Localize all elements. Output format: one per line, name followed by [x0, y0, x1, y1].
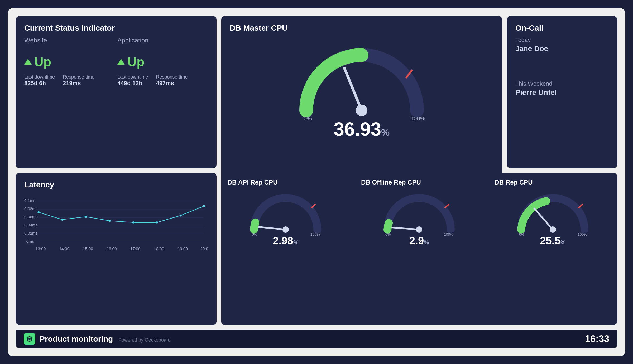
latency-chart-svg: 0.1ms 0.08ms 0.06ms 0.04ms 0.02ms 0ms: [24, 193, 208, 262]
svg-line-2: [344, 68, 362, 110]
footer-powered-by: Powered by Geckoboard: [118, 337, 171, 343]
website-up-arrow-icon: [24, 59, 32, 65]
svg-text:0.04ms: 0.04ms: [24, 223, 38, 227]
small-cpu-row: DB API Rep CPU 0% 1: [221, 173, 617, 325]
oncall-today-name: Jane Doe: [515, 45, 609, 53]
website-response-value: 219ms: [63, 80, 94, 87]
gecko-icon: [26, 335, 33, 343]
website-response-label: Response time: [63, 74, 94, 80]
svg-text:13:00: 13:00: [36, 246, 46, 251]
oncall-today-section: Today Jane Doe: [515, 37, 609, 53]
db-rep-gauge: 0% 100% 25.5%: [495, 189, 611, 319]
db-api-rep-svg-wrap: 0% 100%: [228, 189, 344, 236]
db-api-rep-svg: 0% 100%: [249, 189, 323, 236]
svg-text:0%: 0%: [304, 115, 312, 121]
latency-line: [39, 206, 204, 222]
application-response-label: Response time: [156, 74, 188, 80]
svg-line-37: [534, 208, 553, 230]
svg-line-27: [259, 227, 286, 230]
svg-text:0.06ms: 0.06ms: [24, 215, 38, 219]
latency-point-2: [85, 216, 87, 218]
website-status-up: Up: [24, 55, 115, 69]
website-status-col: Website Up Last downtime 825d 6h Respons…: [24, 37, 115, 87]
db-api-rep-cpu-card: DB API Rep CPU 0% 1: [221, 173, 350, 325]
svg-text:0.02ms: 0.02ms: [24, 231, 38, 235]
application-up-arrow-icon: [117, 59, 125, 65]
db-rep-cpu-card: DB Rep CPU 0% 100%: [488, 173, 617, 325]
website-label: Website: [24, 37, 115, 44]
website-status-value: Up: [34, 55, 51, 69]
application-response-value: 497ms: [156, 80, 188, 87]
latency-point-3: [109, 220, 111, 222]
db-offline-rep-value: 2.9%: [409, 235, 429, 247]
status-indicator-card: Current Status Indicator Website Up Last…: [16, 16, 217, 168]
svg-text:19:00: 19:00: [178, 246, 188, 251]
application-status-value: Up: [127, 55, 144, 69]
footer-title: Product monitoring Powered by Geckoboard: [40, 334, 171, 343]
svg-text:18:00: 18:00: [154, 246, 164, 251]
svg-text:0ms: 0ms: [26, 239, 34, 244]
oncall-card: On-Call Today Jane Doe This Weekend Pier…: [507, 16, 617, 168]
footer-left: Product monitoring Powered by Geckoboard: [24, 333, 171, 345]
db-offline-rep-cpu-card: DB Offline Rep CPU 0% 100%: [355, 173, 483, 325]
application-downtime: Last downtime 449d 12h: [117, 74, 148, 87]
footer: Product monitoring Powered by Geckoboard…: [16, 330, 617, 348]
application-status-up: Up: [117, 55, 208, 69]
db-api-rep-title: DB API Rep CPU: [228, 179, 344, 186]
website-downtime-label: Last downtime: [24, 74, 55, 80]
status-card-title: Current Status Indicator: [24, 23, 208, 32]
db-rep-title: DB Rep CPU: [495, 179, 611, 186]
application-response-time: Response time 497ms: [156, 74, 188, 87]
db-master-cpu-value: 36.93%: [334, 118, 390, 140]
latency-title: Latency: [24, 180, 208, 189]
geckoboard-logo-icon: [24, 333, 35, 345]
status-columns: Website Up Last downtime 825d 6h Respons…: [24, 37, 208, 87]
svg-text:0%: 0%: [252, 232, 257, 236]
svg-text:0%: 0%: [385, 232, 391, 236]
main-grid: Current Status Indicator Website Up Last…: [16, 16, 617, 325]
db-rep-svg-wrap: 0% 100%: [495, 189, 611, 236]
application-meta: Last downtime 449d 12h Response time 497…: [117, 74, 208, 87]
db-master-gauge-svg-wrap: 0% 100%: [230, 37, 494, 121]
screen: Current Status Indicator Website Up Last…: [8, 8, 625, 356]
oncall-today-label: Today: [515, 37, 609, 43]
db-offline-rep-title: DB Offline Rep CPU: [361, 179, 477, 186]
svg-text:14:00: 14:00: [59, 246, 69, 251]
svg-point-40: [28, 338, 31, 340]
application-downtime-value: 449d 12h: [117, 80, 148, 87]
latency-chart: 0.1ms 0.08ms 0.06ms 0.04ms 0.02ms 0ms: [24, 193, 208, 262]
latency-point-5: [156, 221, 158, 224]
svg-text:16:00: 16:00: [107, 246, 117, 251]
svg-text:0.1ms: 0.1ms: [24, 198, 35, 203]
db-rep-value: 25.5%: [540, 235, 565, 247]
svg-text:100%: 100%: [310, 232, 320, 236]
db-rep-svg: 0% 100%: [516, 189, 590, 236]
svg-text:15:00: 15:00: [83, 246, 93, 251]
oncall-weekend-label: This Weekend: [515, 80, 609, 87]
svg-text:0.08ms: 0.08ms: [24, 206, 38, 211]
footer-time: 16:33: [585, 333, 609, 344]
db-offline-rep-svg: 0% 100%: [382, 189, 456, 236]
application-status-col: Application Up Last downtime 449d 12h Re…: [117, 37, 208, 87]
latency-point-7: [203, 205, 205, 207]
svg-text:20:00: 20:00: [200, 246, 208, 251]
svg-line-32: [392, 227, 419, 230]
oncall-weekend-name: Pierre Untel: [515, 88, 609, 97]
latency-point-4: [132, 221, 134, 224]
svg-text:100%: 100%: [410, 115, 425, 121]
latency-point-1: [61, 219, 63, 221]
db-offline-rep-svg-wrap: 0% 100%: [361, 189, 477, 236]
oncall-title: On-Call: [515, 23, 609, 32]
db-master-gauge: 0% 100% 36.93%: [230, 37, 494, 140]
svg-text:100%: 100%: [444, 232, 453, 236]
latency-point-0: [37, 211, 40, 213]
website-response-time: Response time 219ms: [63, 74, 94, 87]
db-offline-rep-gauge: 0% 100% 2.9%: [361, 189, 477, 319]
svg-text:0%: 0%: [519, 232, 524, 236]
website-downtime-value: 825d 6h: [24, 80, 55, 87]
latency-point-6: [180, 214, 182, 216]
latency-card: Latency 0.1ms 0.08ms 0.06ms 0.04ms 0.02m…: [16, 173, 217, 325]
svg-text:100%: 100%: [578, 232, 587, 236]
svg-text:17:00: 17:00: [130, 246, 141, 251]
oncall-weekend-section: This Weekend Pierre Untel: [515, 80, 609, 97]
